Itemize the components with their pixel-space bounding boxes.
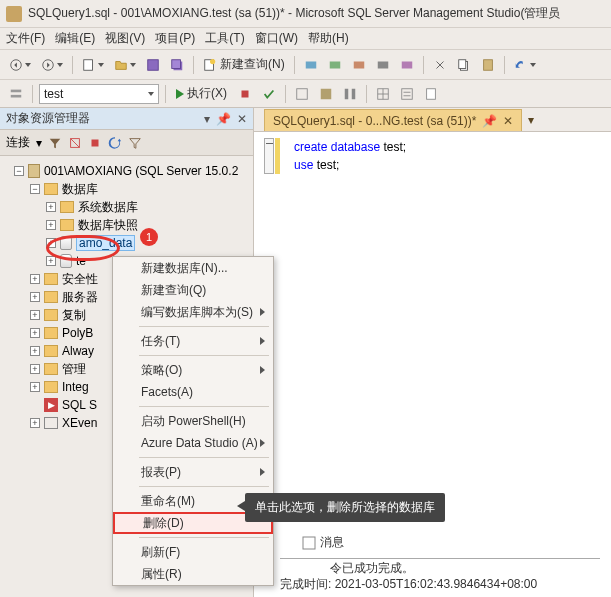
tree-serverobj[interactable]: 服务器	[62, 289, 98, 306]
results-text-button[interactable]	[397, 83, 417, 105]
menu-tools[interactable]: 工具(T)	[205, 30, 244, 47]
panel-close-icon[interactable]: ✕	[237, 112, 247, 126]
cm-facets[interactable]: Facets(A)	[113, 381, 273, 403]
menu-project[interactable]: 项目(P)	[155, 30, 195, 47]
svg-rect-18	[242, 90, 249, 97]
svg-rect-2	[84, 59, 93, 70]
change-marker	[275, 138, 280, 174]
execute-button[interactable]: 执行(X)	[172, 85, 231, 102]
status-message: 令已成功完成。	[330, 560, 414, 577]
cm-policies[interactable]: 策略(O)	[113, 359, 273, 381]
cm-reports[interactable]: 报表(P)	[113, 461, 273, 483]
menu-bar: 文件(F) 编辑(E) 视图(V) 项目(P) 工具(T) 窗口(W) 帮助(H…	[0, 28, 611, 50]
tooltip: 单击此选项，删除所选择的数据库	[245, 493, 445, 522]
new-query-icon	[203, 58, 217, 72]
svg-rect-22	[352, 88, 356, 99]
cm-powershell[interactable]: 启动 PowerShell(H)	[113, 410, 273, 432]
options-button-2[interactable]	[316, 83, 336, 105]
outline-collapse-icon[interactable]	[264, 138, 274, 174]
svg-rect-26	[402, 88, 413, 99]
database-combo[interactable]: test	[39, 84, 159, 104]
tree-server[interactable]: 001\AMOXIANG (SQL Server 15.0.2	[44, 164, 238, 178]
copy-button[interactable]	[454, 54, 474, 76]
nav-forward-button[interactable]	[38, 54, 66, 76]
app-icon	[6, 6, 22, 22]
tree-always[interactable]: Alway	[62, 344, 94, 358]
svg-rect-15	[483, 59, 492, 70]
ext-btn-5[interactable]	[397, 54, 417, 76]
message-icon	[302, 536, 316, 550]
change-conn-button[interactable]	[6, 83, 26, 105]
cm-properties[interactable]: 属性(R)	[113, 563, 273, 585]
svg-rect-11	[377, 61, 388, 68]
callout-1-circle	[46, 235, 120, 261]
stop-icon[interactable]	[88, 136, 102, 150]
messages-tab[interactable]: 消息	[320, 534, 344, 551]
menu-file[interactable]: 文件(F)	[6, 30, 45, 47]
cut-button[interactable]	[430, 54, 450, 76]
panel-pin-icon[interactable]: 📌	[216, 112, 231, 126]
options-button-3[interactable]	[340, 83, 360, 105]
tree-security[interactable]: 安全性	[62, 271, 98, 288]
disconnect-icon[interactable]	[68, 136, 82, 150]
menu-view[interactable]: 视图(V)	[105, 30, 145, 47]
parse-button[interactable]	[259, 83, 279, 105]
filter-icon[interactable]	[48, 136, 62, 150]
ext-btn-4[interactable]	[373, 54, 393, 76]
cm-script[interactable]: 编写数据库脚本为(S)	[113, 301, 273, 323]
tab-dropdown-icon[interactable]: ▾	[522, 109, 540, 131]
close-tab-icon[interactable]: ✕	[503, 114, 513, 128]
svg-rect-3	[148, 59, 159, 70]
panel-menu-arrow-icon[interactable]: ▾	[204, 112, 210, 126]
editor-tab[interactable]: SQLQuery1.sql - 0...NG.test (sa (51))* 📌…	[264, 109, 522, 131]
tree-sqls[interactable]: SQL S	[62, 398, 97, 412]
new-item-button[interactable]	[79, 54, 107, 76]
tree-integ[interactable]: Integ	[62, 380, 89, 394]
svg-rect-32	[92, 139, 99, 146]
connect-arrow-icon[interactable]: ▾	[36, 136, 42, 150]
new-query-label: 新建查询(N)	[220, 56, 285, 73]
pin-icon[interactable]: 📌	[482, 114, 497, 128]
tree-sysdb[interactable]: 系统数据库	[78, 199, 138, 216]
open-button[interactable]	[111, 54, 139, 76]
paste-button[interactable]	[478, 54, 498, 76]
cm-refresh[interactable]: 刷新(F)	[113, 541, 273, 563]
refresh-icon[interactable]	[108, 136, 122, 150]
tree-polyb[interactable]: PolyB	[62, 326, 93, 340]
play-icon	[176, 89, 184, 99]
connect-label[interactable]: 连接	[6, 134, 30, 151]
menu-help[interactable]: 帮助(H)	[308, 30, 349, 47]
database-combo-value: test	[44, 87, 63, 101]
new-query-button[interactable]: 新建查询(N)	[200, 54, 288, 76]
cm-azure-data-studio[interactable]: Azure Data Studio (A)	[113, 432, 273, 454]
svg-line-31	[71, 138, 80, 147]
menu-window[interactable]: 窗口(W)	[255, 30, 298, 47]
results-grid-button[interactable]	[373, 83, 393, 105]
editor-area: SQLQuery1.sql - 0...NG.test (sa (51))* 📌…	[254, 108, 611, 597]
ext-btn-2[interactable]	[325, 54, 345, 76]
tree-manage[interactable]: 管理	[62, 361, 86, 378]
nav-back-button[interactable]	[6, 54, 34, 76]
code-editor[interactable]: create database test; use test;	[254, 132, 611, 597]
tree-dbopt[interactable]: 数据库快照	[78, 217, 138, 234]
svg-rect-10	[353, 61, 364, 68]
context-menu: 新建数据库(N)... 新建查询(Q) 编写数据库脚本为(S) 任务(T) 策略…	[112, 256, 274, 586]
cm-tasks[interactable]: 任务(T)	[113, 330, 273, 352]
ext-btn-3[interactable]	[349, 54, 369, 76]
tree-replication[interactable]: 复制	[62, 307, 86, 324]
debug-button[interactable]	[235, 83, 255, 105]
results-file-button[interactable]	[421, 83, 441, 105]
svg-rect-16	[11, 89, 22, 92]
options-button-1[interactable]	[292, 83, 312, 105]
cm-new-query[interactable]: 新建查询(Q)	[113, 279, 273, 301]
undo-button[interactable]	[511, 54, 539, 76]
save-button[interactable]	[143, 54, 163, 76]
cm-new-db[interactable]: 新建数据库(N)...	[113, 257, 273, 279]
tree-databases[interactable]: 数据库	[62, 181, 98, 198]
svg-rect-20	[321, 88, 332, 99]
tree-xeven[interactable]: XEven	[62, 416, 97, 430]
menu-edit[interactable]: 编辑(E)	[55, 30, 95, 47]
ext-btn-1[interactable]	[301, 54, 321, 76]
filter2-icon[interactable]	[128, 136, 142, 150]
save-all-button[interactable]	[167, 54, 187, 76]
